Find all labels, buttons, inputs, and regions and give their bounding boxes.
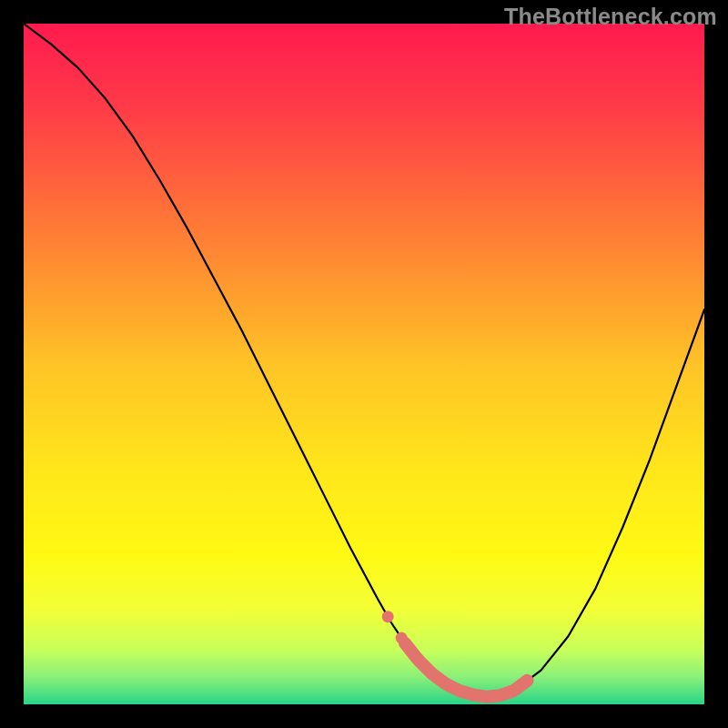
highlight-dot-1 bbox=[396, 632, 408, 644]
chart-frame: TheBottleneck.com bbox=[0, 0, 728, 728]
chart-svg bbox=[24, 24, 704, 704]
highlight-dot-0 bbox=[382, 611, 394, 622]
watermark-text: TheBottleneck.com bbox=[504, 4, 717, 30]
plot-area bbox=[24, 24, 704, 704]
